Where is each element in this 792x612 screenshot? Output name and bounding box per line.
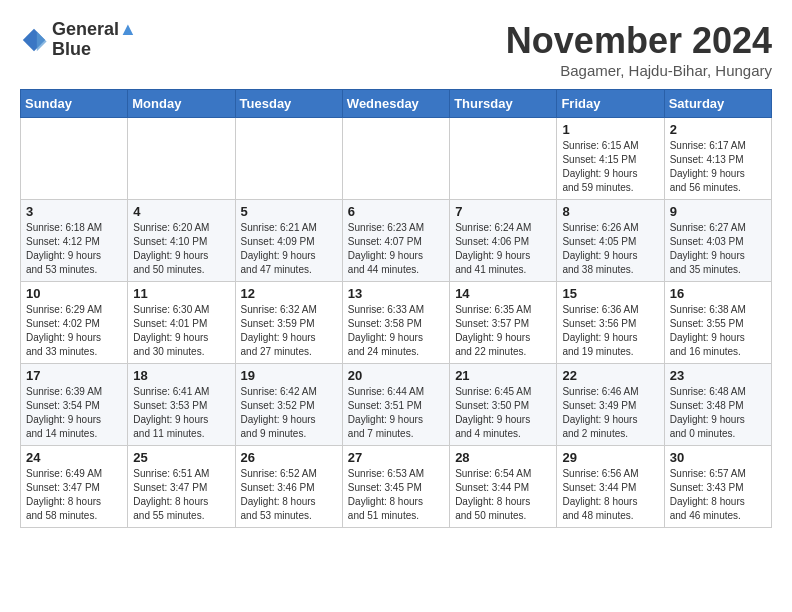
day-info: Sunrise: 6:46 AM Sunset: 3:49 PM Dayligh… [562, 385, 658, 441]
col-header-tuesday: Tuesday [235, 90, 342, 118]
day-number: 11 [133, 286, 229, 301]
day-info: Sunrise: 6:45 AM Sunset: 3:50 PM Dayligh… [455, 385, 551, 441]
day-info: Sunrise: 6:23 AM Sunset: 4:07 PM Dayligh… [348, 221, 444, 277]
day-info: Sunrise: 6:29 AM Sunset: 4:02 PM Dayligh… [26, 303, 122, 359]
day-number: 17 [26, 368, 122, 383]
page-header: General▲ Blue November 2024 Bagamer, Haj… [20, 20, 772, 79]
day-number: 30 [670, 450, 766, 465]
calendar-cell: 22Sunrise: 6:46 AM Sunset: 3:49 PM Dayli… [557, 364, 664, 446]
day-number: 26 [241, 450, 337, 465]
day-number: 29 [562, 450, 658, 465]
day-info: Sunrise: 6:53 AM Sunset: 3:45 PM Dayligh… [348, 467, 444, 523]
calendar-week-row: 1Sunrise: 6:15 AM Sunset: 4:15 PM Daylig… [21, 118, 772, 200]
day-info: Sunrise: 6:20 AM Sunset: 4:10 PM Dayligh… [133, 221, 229, 277]
calendar-cell: 20Sunrise: 6:44 AM Sunset: 3:51 PM Dayli… [342, 364, 449, 446]
calendar-cell: 11Sunrise: 6:30 AM Sunset: 4:01 PM Dayli… [128, 282, 235, 364]
location-subtitle: Bagamer, Hajdu-Bihar, Hungary [506, 62, 772, 79]
calendar-cell: 21Sunrise: 6:45 AM Sunset: 3:50 PM Dayli… [450, 364, 557, 446]
calendar-cell: 8Sunrise: 6:26 AM Sunset: 4:05 PM Daylig… [557, 200, 664, 282]
calendar-cell: 27Sunrise: 6:53 AM Sunset: 3:45 PM Dayli… [342, 446, 449, 528]
day-number: 8 [562, 204, 658, 219]
day-number: 9 [670, 204, 766, 219]
col-header-saturday: Saturday [664, 90, 771, 118]
calendar-cell: 10Sunrise: 6:29 AM Sunset: 4:02 PM Dayli… [21, 282, 128, 364]
day-info: Sunrise: 6:42 AM Sunset: 3:52 PM Dayligh… [241, 385, 337, 441]
calendar-cell: 17Sunrise: 6:39 AM Sunset: 3:54 PM Dayli… [21, 364, 128, 446]
calendar-cell: 26Sunrise: 6:52 AM Sunset: 3:46 PM Dayli… [235, 446, 342, 528]
calendar-cell: 18Sunrise: 6:41 AM Sunset: 3:53 PM Dayli… [128, 364, 235, 446]
logo-icon [20, 26, 48, 54]
day-info: Sunrise: 6:54 AM Sunset: 3:44 PM Dayligh… [455, 467, 551, 523]
svg-marker-1 [37, 31, 47, 51]
col-header-monday: Monday [128, 90, 235, 118]
day-number: 23 [670, 368, 766, 383]
day-info: Sunrise: 6:49 AM Sunset: 3:47 PM Dayligh… [26, 467, 122, 523]
day-info: Sunrise: 6:26 AM Sunset: 4:05 PM Dayligh… [562, 221, 658, 277]
day-number: 16 [670, 286, 766, 301]
calendar-cell: 12Sunrise: 6:32 AM Sunset: 3:59 PM Dayli… [235, 282, 342, 364]
day-info: Sunrise: 6:35 AM Sunset: 3:57 PM Dayligh… [455, 303, 551, 359]
day-info: Sunrise: 6:24 AM Sunset: 4:06 PM Dayligh… [455, 221, 551, 277]
day-info: Sunrise: 6:18 AM Sunset: 4:12 PM Dayligh… [26, 221, 122, 277]
day-info: Sunrise: 6:41 AM Sunset: 3:53 PM Dayligh… [133, 385, 229, 441]
day-info: Sunrise: 6:17 AM Sunset: 4:13 PM Dayligh… [670, 139, 766, 195]
calendar-cell [235, 118, 342, 200]
calendar-cell [450, 118, 557, 200]
day-number: 1 [562, 122, 658, 137]
day-info: Sunrise: 6:15 AM Sunset: 4:15 PM Dayligh… [562, 139, 658, 195]
calendar-cell [342, 118, 449, 200]
col-header-thursday: Thursday [450, 90, 557, 118]
calendar-cell: 25Sunrise: 6:51 AM Sunset: 3:47 PM Dayli… [128, 446, 235, 528]
col-header-friday: Friday [557, 90, 664, 118]
day-info: Sunrise: 6:57 AM Sunset: 3:43 PM Dayligh… [670, 467, 766, 523]
calendar-cell: 30Sunrise: 6:57 AM Sunset: 3:43 PM Dayli… [664, 446, 771, 528]
calendar-cell: 19Sunrise: 6:42 AM Sunset: 3:52 PM Dayli… [235, 364, 342, 446]
col-header-sunday: Sunday [21, 90, 128, 118]
calendar-header-row: SundayMondayTuesdayWednesdayThursdayFrid… [21, 90, 772, 118]
day-info: Sunrise: 6:52 AM Sunset: 3:46 PM Dayligh… [241, 467, 337, 523]
calendar-cell: 7Sunrise: 6:24 AM Sunset: 4:06 PM Daylig… [450, 200, 557, 282]
day-number: 2 [670, 122, 766, 137]
calendar-cell: 24Sunrise: 6:49 AM Sunset: 3:47 PM Dayli… [21, 446, 128, 528]
day-number: 10 [26, 286, 122, 301]
calendar-cell: 4Sunrise: 6:20 AM Sunset: 4:10 PM Daylig… [128, 200, 235, 282]
day-number: 22 [562, 368, 658, 383]
day-info: Sunrise: 6:44 AM Sunset: 3:51 PM Dayligh… [348, 385, 444, 441]
day-number: 28 [455, 450, 551, 465]
calendar-cell: 16Sunrise: 6:38 AM Sunset: 3:55 PM Dayli… [664, 282, 771, 364]
calendar-week-row: 24Sunrise: 6:49 AM Sunset: 3:47 PM Dayli… [21, 446, 772, 528]
day-number: 19 [241, 368, 337, 383]
day-info: Sunrise: 6:56 AM Sunset: 3:44 PM Dayligh… [562, 467, 658, 523]
calendar-cell: 3Sunrise: 6:18 AM Sunset: 4:12 PM Daylig… [21, 200, 128, 282]
day-info: Sunrise: 6:48 AM Sunset: 3:48 PM Dayligh… [670, 385, 766, 441]
calendar-cell [21, 118, 128, 200]
day-number: 13 [348, 286, 444, 301]
calendar-cell: 5Sunrise: 6:21 AM Sunset: 4:09 PM Daylig… [235, 200, 342, 282]
calendar-week-row: 17Sunrise: 6:39 AM Sunset: 3:54 PM Dayli… [21, 364, 772, 446]
day-number: 24 [26, 450, 122, 465]
day-info: Sunrise: 6:30 AM Sunset: 4:01 PM Dayligh… [133, 303, 229, 359]
calendar-cell: 29Sunrise: 6:56 AM Sunset: 3:44 PM Dayli… [557, 446, 664, 528]
calendar-cell: 6Sunrise: 6:23 AM Sunset: 4:07 PM Daylig… [342, 200, 449, 282]
calendar-cell: 14Sunrise: 6:35 AM Sunset: 3:57 PM Dayli… [450, 282, 557, 364]
day-number: 7 [455, 204, 551, 219]
calendar-week-row: 3Sunrise: 6:18 AM Sunset: 4:12 PM Daylig… [21, 200, 772, 282]
day-info: Sunrise: 6:33 AM Sunset: 3:58 PM Dayligh… [348, 303, 444, 359]
col-header-wednesday: Wednesday [342, 90, 449, 118]
day-number: 12 [241, 286, 337, 301]
calendar-cell: 2Sunrise: 6:17 AM Sunset: 4:13 PM Daylig… [664, 118, 771, 200]
day-number: 27 [348, 450, 444, 465]
day-info: Sunrise: 6:38 AM Sunset: 3:55 PM Dayligh… [670, 303, 766, 359]
day-info: Sunrise: 6:51 AM Sunset: 3:47 PM Dayligh… [133, 467, 229, 523]
day-number: 3 [26, 204, 122, 219]
day-number: 14 [455, 286, 551, 301]
calendar-cell: 13Sunrise: 6:33 AM Sunset: 3:58 PM Dayli… [342, 282, 449, 364]
logo-text: General▲ Blue [52, 20, 137, 60]
day-number: 4 [133, 204, 229, 219]
day-number: 18 [133, 368, 229, 383]
day-info: Sunrise: 6:36 AM Sunset: 3:56 PM Dayligh… [562, 303, 658, 359]
logo: General▲ Blue [20, 20, 137, 60]
calendar-table: SundayMondayTuesdayWednesdayThursdayFrid… [20, 89, 772, 528]
day-number: 20 [348, 368, 444, 383]
day-info: Sunrise: 6:39 AM Sunset: 3:54 PM Dayligh… [26, 385, 122, 441]
